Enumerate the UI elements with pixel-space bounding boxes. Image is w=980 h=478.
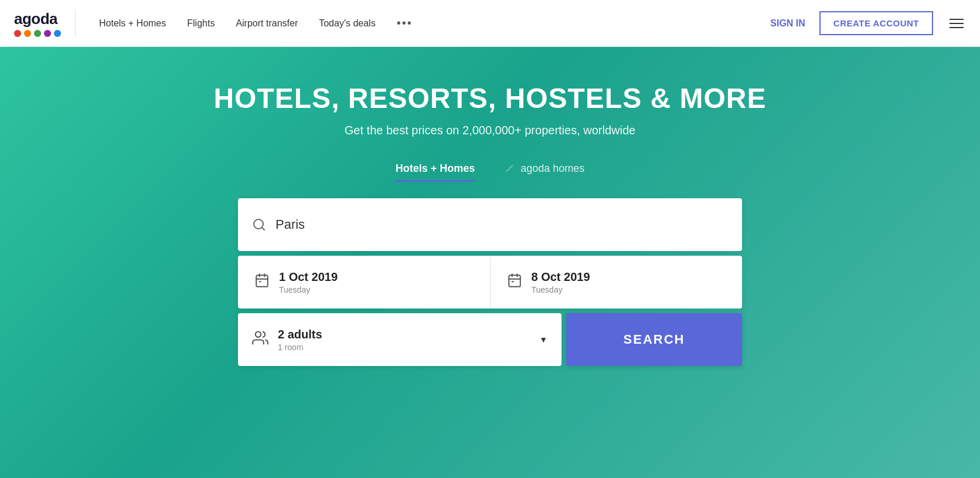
hamburger-line-3 — [950, 27, 964, 28]
guests-count: 2 adults — [278, 328, 530, 341]
search-tabs: Hotels + Homes ⟋ agoda homes — [396, 161, 585, 182]
guests-chevron-icon: ▼ — [539, 335, 547, 344]
check-out-date: 8 Oct 2019 — [532, 270, 590, 284]
logo: agoda — [14, 10, 76, 37]
check-in-day: Tuesday — [279, 285, 338, 294]
hero-title: HOTELS, RESORTS, HOSTELS & MORE — [213, 82, 766, 114]
check-out-day: Tuesday — [532, 285, 590, 294]
nav-more-icon[interactable]: ••• — [397, 16, 413, 30]
destination-input[interactable] — [275, 217, 728, 232]
create-account-button[interactable]: CREATE ACCOUNT — [819, 11, 933, 35]
rooms-count: 1 room — [278, 343, 530, 352]
search-button[interactable]: SEARCH — [566, 313, 742, 366]
search-icon — [252, 218, 266, 232]
hero-subtitle: Get the best prices on 2,000,000+ proper… — [345, 124, 635, 137]
dot-blue — [54, 30, 61, 37]
header-actions: SIGN IN CREATE ACCOUNT — [770, 11, 966, 35]
search-bottom-row: 2 adults 1 room ▼ SEARCH — [238, 313, 742, 366]
svg-point-10 — [256, 332, 261, 337]
guests-field[interactable]: 2 adults 1 room ▼ — [238, 313, 562, 366]
dot-purple — [44, 30, 51, 37]
dot-green — [34, 30, 41, 37]
nav-airport-transfer[interactable]: Airport transfer — [236, 18, 298, 29]
search-form: 1 Oct 2019 Tuesday 8 Oct 2019 Tue — [238, 198, 742, 366]
check-out-calendar-icon — [507, 273, 522, 291]
logo-dots — [14, 30, 61, 37]
tab-agoda-homes[interactable]: ⟋ agoda homes — [503, 161, 584, 182]
main-nav: Hotels + Homes Flights Airport transfer … — [99, 16, 770, 30]
check-in-date: 1 Oct 2019 — [279, 270, 338, 284]
guests-info: 2 adults 1 room — [278, 328, 530, 352]
check-in-calendar-icon — [254, 273, 270, 291]
check-out-field[interactable]: 8 Oct 2019 Tuesday — [491, 256, 743, 309]
sign-in-button[interactable]: SIGN IN — [770, 18, 805, 29]
nav-hotels-homes[interactable]: Hotels + Homes — [99, 18, 166, 29]
nav-flights[interactable]: Flights — [187, 18, 215, 29]
svg-rect-6 — [509, 275, 520, 287]
hamburger-line-1 — [950, 19, 964, 20]
guests-icon — [252, 330, 268, 350]
dot-red — [14, 30, 21, 37]
check-out-info: 8 Oct 2019 Tuesday — [532, 270, 590, 294]
hamburger-line-2 — [950, 23, 964, 24]
check-in-field[interactable]: 1 Oct 2019 Tuesday — [238, 256, 491, 309]
hero-section: HOTELS, RESORTS, HOSTELS & MORE Get the … — [0, 47, 980, 478]
svg-line-1 — [262, 228, 264, 230]
dates-row: 1 Oct 2019 Tuesday 8 Oct 2019 Tue — [238, 256, 742, 309]
tab-hotels-homes[interactable]: Hotels + Homes — [396, 162, 475, 181]
svg-rect-2 — [256, 275, 268, 287]
agoda-homes-icon: ⟋ — [503, 161, 516, 176]
dot-orange — [24, 30, 31, 37]
header: agoda Hotels + Homes Flights Airport tra… — [0, 0, 980, 47]
logo-text: agoda — [14, 10, 61, 28]
destination-field[interactable] — [238, 198, 742, 251]
nav-todays-deals[interactable]: Today's deals — [319, 18, 375, 29]
check-in-info: 1 Oct 2019 Tuesday — [279, 270, 338, 294]
hamburger-menu[interactable] — [947, 16, 966, 30]
